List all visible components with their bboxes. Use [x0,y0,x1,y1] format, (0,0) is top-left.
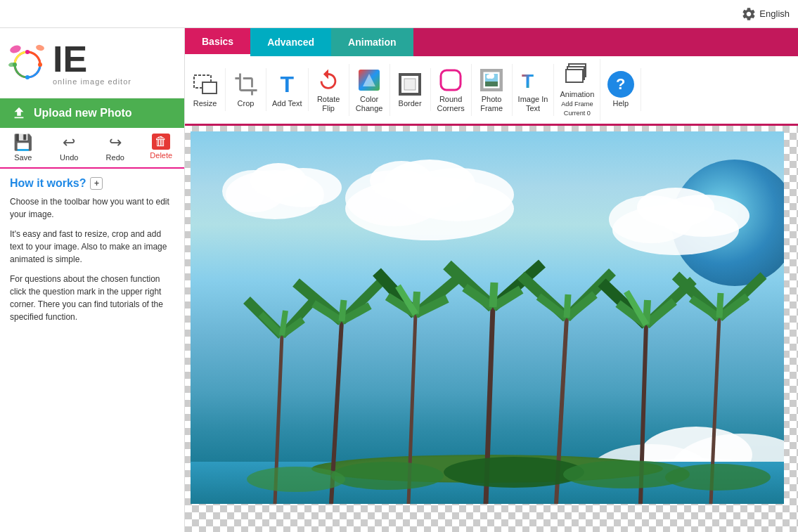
upload-label: Upload new Photo [34,107,132,119]
svg-point-18 [489,73,494,79]
svg-line-61 [493,283,494,307]
svg-line-80 [719,293,721,318]
logo-area: IE online image editor [0,28,184,98]
rotate-flip-label: RotateFlip [317,95,340,113]
add-text-icon: T [281,73,295,96]
upload-icon [11,105,27,121]
add-text-tool[interactable]: T Add Text [266,68,309,111]
round-corners-icon [439,69,462,91]
animation-icon [565,63,589,87]
delete-icon: 🗑 [152,134,170,150]
how-it-works-title: How it works? + [10,177,174,190]
redo-label: Redo [106,153,124,162]
svg-point-4 [25,50,30,54]
rotate-icon [316,68,340,92]
svg-point-7 [13,63,17,67]
color-change-icon [357,68,381,92]
photo-frame-tool[interactable]: PhotoFrame [472,64,513,116]
add-text-label: Add Text [272,99,302,108]
border-icon [399,73,421,96]
crop-label: Crop [238,99,255,108]
upload-button[interactable]: Upload new Photo [0,98,184,128]
svg-line-40 [261,314,282,335]
svg-rect-16 [485,82,498,86]
canvas-area[interactable] [185,126,798,532]
rotate-flip-icon-wrap [315,67,342,93]
color-change-tool[interactable]: ColorChange [349,64,390,116]
lang-label: English [759,8,790,19]
animation-tool[interactable]: AnimationAdd FrameCurrent 0 [554,59,600,121]
save-icon: 💾 [13,134,32,152]
image-in-text-label: Image InText [518,95,548,113]
help-label: Help [613,99,629,108]
border-label: Border [399,99,422,108]
border-tool[interactable]: Border [390,68,431,111]
undo-button[interactable]: ↩ Undo [46,128,93,167]
svg-point-85 [665,464,771,491]
tab-advanced[interactable]: Advanced [250,28,331,56]
logo-subtitle: online image editor [53,77,131,86]
resize-label: Resize [193,99,217,108]
animation-icon-wrap [564,62,591,89]
animation-label: AnimationAdd FrameCurrent 0 [560,90,594,118]
tab-animation[interactable]: Animation [331,28,413,56]
color-change-icon-wrap [356,67,382,93]
save-button[interactable]: 💾 Save [0,128,46,167]
expand-button[interactable]: + [90,177,103,190]
settings-lang[interactable]: English [741,6,790,22]
color-change-label: ColorChange [356,95,383,113]
crop-icon-wrap [233,71,259,98]
redo-icon: ↪ [109,134,122,152]
crop-icon [234,72,258,96]
border-icon-wrap [397,71,423,98]
crop-tool[interactable]: Crop [226,68,266,111]
resize-tool[interactable]: Resize [185,68,226,111]
tab-basics[interactable]: Basics [185,28,250,56]
delete-label: Delete [150,151,172,160]
how-p2: It's easy and fast to resize, crop and a… [10,228,174,266]
top-bar: English [0,0,798,28]
save-label: Save [14,153,32,162]
image-in-text-tool[interactable]: T Image InText [513,64,555,116]
resize-icon-wrap [192,71,219,98]
palm-trees [191,131,784,504]
canvas-image [191,131,784,504]
undo-label: Undo [60,153,78,162]
main-layout: IE online image editor Upload new Photo … [0,28,798,532]
resize-icon [193,74,218,95]
redo-button[interactable]: ↪ Redo [92,128,139,167]
help-tool[interactable]: ? Help [600,68,641,111]
how-it-works-section: How it works? + Choose in the toolbar ho… [0,169,184,532]
svg-point-5 [38,63,42,67]
help-icon-wrap: ? [607,71,634,98]
photo-frame-icon [480,69,503,91]
image-in-text-icon-wrap: T [520,67,546,93]
svg-text:T: T [522,70,534,92]
logo-graphic [8,44,47,82]
how-p3: For questions about the chosen function … [10,273,174,323]
svg-point-84 [247,467,345,492]
svg-point-82 [444,457,584,488]
delete-button[interactable]: 🗑 Delete [139,128,185,167]
logo-ie: IE [53,41,131,77]
tools-bar: Resize Crop T Add Text [185,56,798,126]
svg-point-6 [25,75,30,79]
svg-rect-9 [202,82,217,93]
action-bar: 💾 Save ↩ Undo ↪ Redo 🗑 Delete [0,128,184,169]
round-corners-label: RoundCorners [437,95,465,113]
help-icon: ? [607,71,634,98]
undo-icon: ↩ [63,134,75,152]
image-in-text-icon: T [520,68,546,92]
svg-point-81 [331,462,444,490]
round-corners-tool[interactable]: RoundCorners [431,64,472,116]
right-panel: Basics Advanced Animation Resize [185,28,798,532]
rotate-flip-tool[interactable]: RotateFlip [309,64,349,116]
gear-icon [741,6,757,22]
svg-point-1 [35,44,45,52]
round-corners-icon-wrap [437,67,464,93]
sidebar: IE online image editor Upload new Photo … [0,28,185,532]
svg-point-0 [9,44,22,55]
svg-line-67 [567,294,568,318]
photo-frame-icon-wrap [478,67,505,93]
svg-rect-12 [404,79,416,90]
